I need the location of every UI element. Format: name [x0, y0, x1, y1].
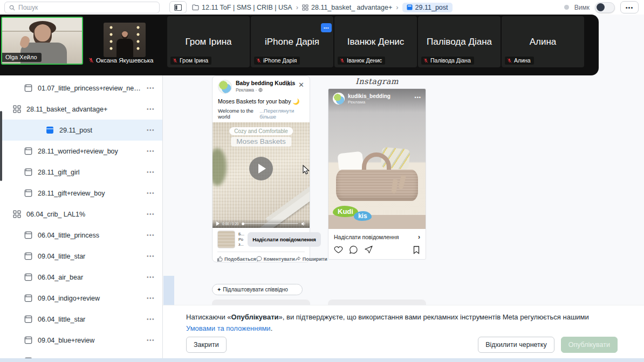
- adset-page-icon: [24, 315, 32, 323]
- ig-ad-image[interactable]: kudikis_bedding Реклама ••• Kudikis: [328, 89, 426, 229]
- heart-icon[interactable]: [334, 245, 343, 254]
- off-toggle[interactable]: [595, 2, 615, 13]
- sidebar-item[interactable]: 28.11_worried+review_boy •••: [0, 141, 162, 162]
- video-progress-bar[interactable]: [242, 223, 298, 224]
- breadcrumb-campaign[interactable]: 28.11_basket_ advantage+: [302, 4, 392, 11]
- sidebar-item[interactable]: 09.04_blue+review •••: [0, 330, 162, 351]
- participant-menu-button[interactable]: •••: [321, 23, 332, 32]
- bottom-edge-strip: [0, 358, 644, 362]
- item-more-options[interactable]: •••: [147, 274, 155, 280]
- publish-footer: Натискаючи «Опублікувати», ви підтверджу…: [163, 305, 644, 362]
- play-button[interactable]: [249, 157, 273, 180]
- sidebar-item-label: 29.11_post: [59, 127, 142, 134]
- sidebar-item-label: 09.04_little_star: [38, 253, 142, 260]
- video-call-strip: Olga Хейло Оксана Якушевська ••• Гром Ір…: [0, 15, 599, 75]
- sidebar-item[interactable]: 28.11_gift+review_boy •••: [0, 183, 162, 204]
- item-more-options[interactable]: •••: [147, 232, 155, 238]
- sidebar-item[interactable]: 28.11_basket_ advantage+ •••: [0, 99, 162, 120]
- comment-button[interactable]: Коментувати: [256, 256, 295, 262]
- sidebar-item-label: 09.04_blue+review: [38, 337, 142, 344]
- instagram-ad-preview: Instagram kudikis_bedding Реклама ••• K: [328, 75, 426, 260]
- participant-video-tile[interactable]: [104, 23, 146, 57]
- breadcrumb-ad-selected[interactable]: 29.11_post: [402, 3, 453, 12]
- bookmark-icon[interactable]: [413, 246, 420, 254]
- item-more-options[interactable]: •••: [147, 85, 155, 91]
- item-more-options[interactable]: •••: [147, 127, 155, 133]
- discard-draft-button[interactable]: Відхилити чернетку: [478, 337, 554, 353]
- play-icon[interactable]: [216, 221, 220, 226]
- volume-icon[interactable]: [301, 221, 306, 226]
- sidebar-item[interactable]: 09.04_little_star •••: [0, 246, 162, 267]
- ig-cta-row[interactable]: Надіслати повідомлення ›: [328, 229, 426, 243]
- sidebar-item[interactable]: 09.04_indigo+review •••: [0, 288, 162, 309]
- sidebar-item[interactable]: 06.04_little_princess •••: [0, 225, 162, 246]
- adset-page-icon: [24, 252, 32, 260]
- sidebar-item[interactable]: 28.11_gift_girl •••: [0, 162, 162, 183]
- item-more-options[interactable]: •••: [147, 190, 155, 196]
- breadcrumb-chevron: ›: [296, 3, 298, 11]
- sidebar-item-label: 06.04_little_star: [38, 316, 142, 323]
- item-more-options[interactable]: •••: [147, 211, 155, 217]
- sidebar-item[interactable]: 06.04_air_bear •••: [0, 267, 162, 288]
- ig-menu-button[interactable]: •••: [415, 93, 421, 113]
- sidebar-item[interactable]: 01.07_little_princess+review_new ... •••: [0, 78, 162, 99]
- fb-cta-row: Б... Ро з... Надіслати повідомлення: [213, 228, 310, 251]
- sidebar-item[interactable]: 29.11_post •••: [0, 120, 162, 141]
- sidebar-item-label: 09.04_indigo+review: [38, 295, 142, 302]
- kudikis-brand-logo: Kudikis: [333, 206, 372, 217]
- adset-page-icon: [24, 336, 32, 344]
- item-more-options[interactable]: •••: [147, 148, 155, 154]
- close-button[interactable]: Закрити: [186, 337, 227, 353]
- participant-name-text: Оксана Якушевська: [96, 57, 153, 64]
- publish-button[interactable]: Опублікувати: [561, 337, 618, 353]
- sidebar-scrollbar[interactable]: [0, 111, 2, 181]
- participant-tile[interactable]: ••• Іванюк Денис Іванюк Денис: [334, 16, 417, 67]
- sidebar-item-label: 28.11_gift_girl: [38, 169, 142, 176]
- sidebar-item[interactable]: 06.04_crib_ LAL1% •••: [0, 204, 162, 225]
- collapse-sidebar-button[interactable]: [169, 1, 187, 13]
- terms-link[interactable]: Умовами та положеннями: [186, 324, 271, 332]
- send-message-button[interactable]: Надіслати повідомлення: [248, 232, 321, 247]
- participant-tile[interactable]: ••• iPhone Дарія iPhone Дарія: [251, 16, 333, 67]
- scroll-accent: [163, 276, 174, 307]
- item-more-options[interactable]: •••: [147, 169, 155, 175]
- active-speaker-name: Olga Хейло: [2, 53, 42, 62]
- participant-label: Іванюк Денис: [338, 57, 385, 65]
- ig-handle[interactable]: kudikis_bedding: [348, 93, 390, 100]
- link-snippet: Б... Ро з...: [238, 232, 244, 247]
- see-more-link[interactable]: ...Переглянути більше: [259, 108, 304, 120]
- item-more-options[interactable]: •••: [147, 253, 155, 259]
- share-icon[interactable]: [364, 245, 373, 254]
- breadcrumb-campaign-group[interactable]: 12.11 ToF | SMS | CRIB | USA: [192, 4, 292, 11]
- search-icon: [9, 5, 15, 11]
- adset-page-icon: [24, 147, 32, 155]
- sidebar-item[interactable]: 06.04_little_star •••: [0, 309, 162, 330]
- adjust-ratio-pill[interactable]: ✦ Підлаштовувати співвідно: [212, 284, 303, 295]
- share-button[interactable]: Поширити: [295, 256, 327, 262]
- campaign-grid-icon: [13, 210, 21, 218]
- item-more-options[interactable]: •••: [147, 316, 155, 322]
- ig-cta-label: Надіслати повідомлення: [334, 234, 399, 240]
- comment-icon[interactable]: [349, 245, 358, 254]
- ad-video-preview[interactable]: Cozy and Comfortable Moses Baskets 0:00 …: [213, 122, 310, 228]
- participant-label: Алина: [505, 57, 534, 65]
- like-button[interactable]: Подобається: [217, 256, 256, 262]
- participant-tile[interactable]: ••• Алина Алина: [502, 16, 584, 67]
- participant-label: iPhone Дарія: [254, 57, 300, 65]
- close-icon[interactable]: ✕: [298, 81, 304, 89]
- ig-avatar: [333, 93, 345, 105]
- item-more-options[interactable]: •••: [147, 106, 155, 112]
- participant-tile[interactable]: ••• Палівода Діана Палівода Діана: [418, 16, 501, 67]
- adset-page-icon: [24, 84, 32, 92]
- more-options-button[interactable]: •••: [620, 1, 639, 13]
- active-speaker-tile[interactable]: Olga Хейло: [1, 17, 83, 65]
- participant-name: Палівода Діана: [418, 37, 501, 47]
- item-more-options[interactable]: •••: [147, 337, 155, 343]
- search-input[interactable]: Пошук: [4, 2, 160, 13]
- sidebar-item-label: 28.11_worried+review_boy: [38, 148, 142, 155]
- participant-tile[interactable]: ••• Гром Ірина Гром Ірина: [167, 16, 250, 67]
- video-controls[interactable]: 0:00 / 0:20: [213, 219, 310, 228]
- item-more-options[interactable]: •••: [147, 295, 155, 301]
- sidebar-item-label: 06.04_little_princess: [38, 232, 142, 239]
- post-menu-button[interactable]: •••: [286, 82, 293, 88]
